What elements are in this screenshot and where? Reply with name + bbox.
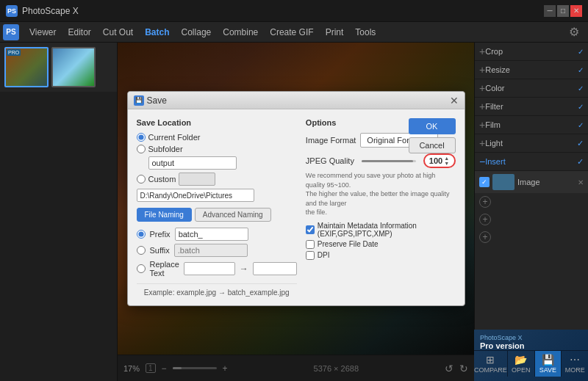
checkbox-preserve-date: Preserve File Date — [306, 240, 456, 249]
filter-label: Filter — [485, 102, 503, 111]
window-controls: ─ □ ✕ — [544, 5, 582, 17]
menu-creategif[interactable]: Create GIF — [264, 24, 319, 40]
replace-from-input[interactable] — [184, 262, 235, 275]
quality-spinbox[interactable]: 100 ▲ ▼ — [423, 153, 456, 168]
dialog-icon: 💾 — [134, 95, 144, 106]
radio-current-folder-label: Current Folder — [148, 133, 201, 142]
panel-film: + Film ✓ — [475, 116, 588, 134]
radio-subfolder-input[interactable] — [137, 145, 146, 153]
bottom-bar: 17% 1 − + 5376 × 2688 ↺ ↻ — [118, 355, 474, 381]
thumbnail-2[interactable] — [51, 47, 96, 87]
compare-button[interactable]: ⊞ COMPARE — [474, 351, 508, 377]
save-icon: 💾 — [542, 354, 554, 366]
open-button[interactable]: 📂 OPEN — [508, 351, 535, 377]
add-item-button-2[interactable]: + — [479, 214, 491, 225]
ok-button[interactable]: OK — [409, 118, 456, 134]
color-label: Color — [485, 84, 504, 92]
dialog-close-button[interactable]: ✕ — [450, 95, 459, 106]
panel-light: + Light ✓ — [475, 134, 588, 153]
menu-combine[interactable]: Combine — [217, 24, 264, 40]
thumbnail-1[interactable]: PRO — [4, 47, 49, 87]
more-button[interactable]: ⋯ MORE — [562, 351, 588, 377]
checkbox-dpi: DPI — [306, 251, 456, 260]
plus-row-1: + — [475, 193, 588, 211]
dialog-body: Save Location Current Folder Subfolder — [128, 109, 465, 305]
radio-suffix-input[interactable] — [137, 246, 146, 255]
title-bar: PS PhotoScape X ─ □ ✕ — [0, 0, 588, 22]
cancel-button[interactable]: Cancel — [409, 137, 456, 153]
quality-row: JPEG Quality 100 ▲ ▼ — [306, 153, 456, 168]
plus-row-3: + — [475, 228, 588, 246]
add-item-button-1[interactable]: + — [479, 196, 491, 208]
film-expand-icon: + — [479, 119, 485, 131]
zoom-slider[interactable] — [173, 367, 217, 369]
image-remove-icon[interactable]: ✕ — [578, 178, 584, 186]
dialog-left-panel: Save Location Current Folder Subfolder — [137, 118, 297, 297]
save-location-title: Save Location — [137, 118, 297, 127]
quality-description: We recommend you save your photo at high… — [306, 171, 456, 217]
save-button[interactable]: 💾 SAVE — [535, 351, 562, 377]
image-dimensions: 5376 × 2688 — [234, 364, 439, 373]
suffix-input[interactable] — [174, 244, 248, 257]
panel-resize: + Resize ✓ — [475, 61, 588, 79]
open-icon: 📂 — [514, 354, 527, 366]
main-area: PRO 💾 Save ✕ Save Loc — [0, 43, 588, 381]
menu-batch[interactable]: Batch — [139, 24, 175, 40]
right-panel: + Crop ✓ + Resize ✓ + Color ✓ + Filter ✓… — [474, 43, 588, 381]
menu-collage[interactable]: Collage — [176, 24, 218, 40]
light-check-icon: ✓ — [577, 139, 584, 148]
tab-advanced-naming[interactable]: Advanced Naming — [195, 208, 271, 222]
minimize-button[interactable]: ─ — [544, 5, 556, 17]
radio-custom-input[interactable] — [137, 175, 146, 184]
thumbnail-strip: PRO — [0, 43, 118, 381]
checkbox-dpi-input[interactable] — [306, 251, 315, 260]
tab-file-naming[interactable]: File Naming — [137, 208, 192, 222]
quality-slider-track — [362, 160, 416, 162]
radio-current-folder-input[interactable] — [137, 133, 146, 142]
radio-replace-input[interactable] — [137, 264, 146, 273]
more-label: MORE — [565, 366, 585, 374]
light-expand-icon: + — [479, 137, 485, 149]
compare-label: COMPARE — [474, 366, 507, 374]
prefix-input[interactable] — [175, 228, 248, 241]
menu-cutout[interactable]: Cut Out — [97, 24, 139, 40]
menu-viewer[interactable]: Viewer — [24, 24, 62, 40]
radio-custom: Custom — [137, 173, 297, 186]
replace-to-input[interactable] — [253, 262, 297, 275]
maximize-button[interactable]: □ — [557, 5, 569, 17]
resize-label: Resize — [485, 65, 510, 74]
custom-folder-short-input[interactable] — [179, 173, 215, 186]
zoom-out-icon[interactable]: − — [162, 363, 167, 374]
checkbox-preserve-date-input[interactable] — [306, 240, 315, 249]
menu-print[interactable]: Print — [320, 24, 350, 40]
resize-check-icon: ✓ — [578, 66, 584, 74]
image-check-icon: ✓ — [479, 177, 490, 187]
compare-icon: ⊞ — [486, 354, 495, 366]
dialog-title: Save — [147, 95, 450, 106]
rotate-right-button[interactable]: ↻ — [459, 363, 468, 374]
menu-editor[interactable]: Editor — [62, 24, 96, 40]
naming-section: Prefix Suffix Replace Text — [137, 228, 297, 277]
checkbox-metadata-input[interactable] — [306, 225, 315, 234]
color-check-icon: ✓ — [578, 84, 584, 92]
radio-current-folder: Current Folder — [137, 133, 297, 142]
save-dialog: 💾 Save ✕ Save Location Current Folder — [127, 91, 465, 306]
zoom-in-icon[interactable]: + — [223, 363, 228, 374]
radio-prefix-input[interactable] — [137, 230, 146, 239]
menu-tools[interactable]: Tools — [349, 24, 381, 40]
radio-subfolder: Subfolder — [137, 145, 297, 153]
jpeg-quality-label: JPEG Quality — [306, 156, 354, 165]
close-button[interactable]: ✕ — [570, 5, 582, 17]
panel-filter: + Filter ✓ — [475, 98, 588, 116]
panel-crop: + Crop ✓ — [475, 43, 588, 61]
radio-subfolder-label: Subfolder — [148, 145, 183, 153]
more-icon: ⋯ — [570, 354, 580, 366]
add-item-button-3[interactable]: + — [479, 231, 491, 243]
settings-icon[interactable]: ⚙ — [563, 25, 585, 39]
content-area: 💾 Save ✕ Save Location Current Folder — [118, 43, 474, 381]
crop-check-icon: ✓ — [578, 48, 584, 56]
subfolder-input[interactable] — [148, 156, 237, 170]
custom-path-input[interactable] — [137, 189, 254, 202]
rotate-left-button[interactable]: ↺ — [445, 363, 453, 374]
zoom-1x-button[interactable]: 1 — [146, 363, 156, 373]
